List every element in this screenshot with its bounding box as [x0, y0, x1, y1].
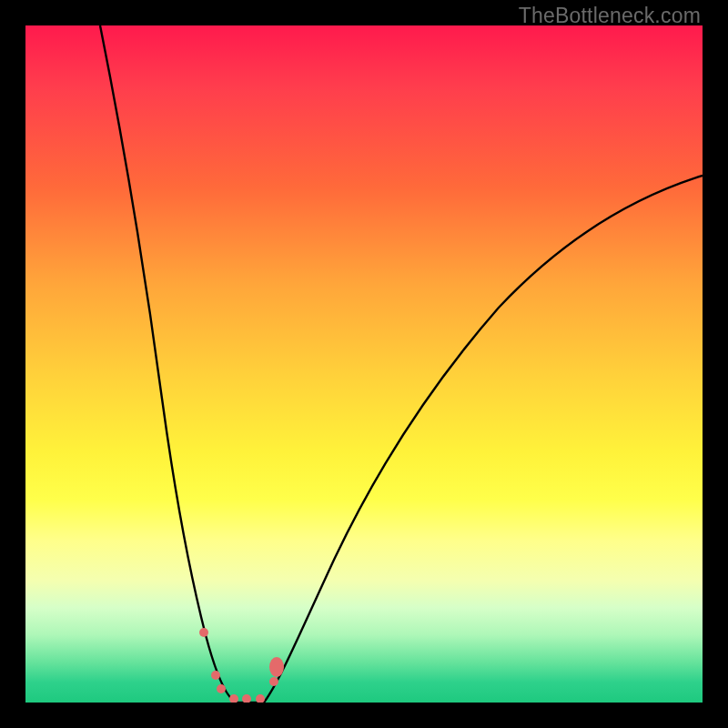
curve-right-branch [264, 176, 703, 703]
watermark-text: TheBottleneck.com [519, 4, 701, 28]
bottleneck-curve [25, 25, 703, 703]
plot-area [25, 25, 703, 703]
curve-left-branch [100, 25, 237, 703]
curve-marker [211, 671, 220, 680]
curve-marker [242, 694, 251, 703]
curve-marker [229, 694, 238, 703]
curve-marker [269, 657, 284, 677]
curve-marker [269, 677, 278, 686]
chart-frame: TheBottleneck.com [0, 0, 728, 728]
curve-marker [217, 684, 226, 693]
curve-marker [199, 628, 208, 637]
curve-marker [256, 694, 265, 703]
